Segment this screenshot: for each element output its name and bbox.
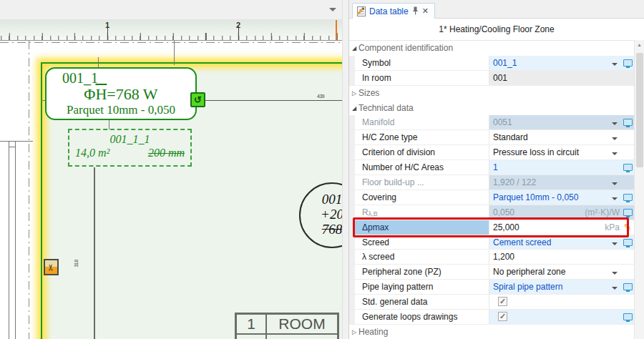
property-row[interactable]: Symbol 001_1 ✎ ✓ — [349, 56, 634, 71]
property-value[interactable]: ✎ ✓ — [489, 310, 634, 324]
property-value[interactable]: 0051 ✎ ✓ — [489, 115, 634, 129]
property-row[interactable]: Pipe laying pattern Spiral pipe pattern … — [349, 280, 634, 295]
dropdown-arrow-icon[interactable] — [612, 272, 618, 277]
expander-icon[interactable]: ▷ — [349, 329, 358, 335]
dropdown-arrow-icon[interactable] — [612, 182, 618, 188]
property-value[interactable]: Spiral pipe pattern ✎ ✓ — [489, 280, 634, 294]
property-row[interactable]: H/C Zone type Standard ✎ ✓ — [349, 130, 634, 145]
hc-area-label-box[interactable]: 001_1_1 14,0 m²200 mm — [68, 129, 192, 167]
application-window: 1 2 439 318 001_1 — [0, 0, 644, 339]
toolbar-dropdown-icon[interactable] — [329, 8, 336, 15]
monitor-icon[interactable] — [623, 119, 633, 126]
room-table[interactable]: 1 ROOM 1 14,0 m² — [235, 313, 339, 339]
property-value-text[interactable]: 1,200 — [493, 252, 610, 262]
dropdown-arrow-icon[interactable] — [612, 137, 618, 143]
property-value-text[interactable]: Standard — [493, 132, 610, 142]
ruler-cursor-marker — [336, 20, 337, 40]
property-value-text[interactable]: 25,000 — [493, 222, 595, 232]
property-row[interactable]: Covering Parquet 10mm - 0,050 ✎ ✓ — [349, 190, 634, 205]
checkbox[interactable]: ✓ — [498, 297, 507, 306]
property-row[interactable]: Criterion of division Pressure loss in c… — [349, 145, 634, 160]
room-table-cell: ROOM — [266, 314, 338, 334]
property-value-text[interactable]: Parquet 10mm - 0,050 — [493, 192, 610, 202]
expander-icon[interactable]: ◢ — [349, 105, 358, 112]
property-value[interactable]: 1,200 ✎ ✓ — [489, 250, 634, 264]
drawing-area[interactable]: 439 318 001_1 ΦH=768 W Parquet 10mm - 0,… — [0, 41, 342, 339]
property-row[interactable]: Number of H/C Areas 1 ✎ ✓ — [349, 160, 634, 175]
hc-area-values: 14,0 m²200 mm — [69, 146, 190, 160]
monitor-icon[interactable] — [623, 164, 633, 171]
property-grid: ◢ Component identification Symbol 001_1 … — [349, 40, 634, 339]
property-row[interactable]: λ screed 1,200 ✎ ✓ — [349, 250, 634, 265]
dropdown-arrow-icon[interactable] — [612, 242, 618, 248]
panel-scrollbar[interactable]: ▲ — [634, 40, 644, 339]
property-value[interactable]: 25,000 kPa ✎ ✓ — [489, 220, 634, 235]
monitor-icon[interactable] — [623, 194, 633, 201]
property-value-text[interactable]: 0,050 — [493, 207, 575, 217]
scissors-marker-icon[interactable]: ✂ — [44, 259, 59, 275]
canvas-toolbar — [0, 0, 342, 20]
group-header[interactable]: ◢ Technical data — [349, 101, 634, 116]
property-row[interactable]: Generate loops drawings ✎ ✓ — [349, 310, 634, 325]
zone-label-box[interactable]: 001_1 ΦH=768 W Parquet 10mm - 0,050 — [45, 67, 197, 120]
property-value-text[interactable]: No peripheral zone — [493, 267, 610, 277]
close-icon[interactable]: ✕ — [422, 7, 429, 15]
property-row[interactable]: In room 001 ✎ ✓ — [349, 71, 634, 86]
monitor-icon[interactable] — [623, 239, 633, 246]
property-value[interactable]: No peripheral zone ✎ ✓ — [489, 265, 634, 279]
property-value[interactable]: Standard ✎ ✓ — [489, 130, 634, 144]
property-value-text[interactable]: 1 — [493, 162, 610, 172]
monitor-icon[interactable] — [623, 283, 633, 290]
property-row[interactable]: Δpmax 25,000 kPa ✎ ✓ — [349, 220, 634, 235]
expander-icon[interactable]: ▷ — [349, 90, 358, 97]
property-row[interactable]: Peripheral zone (PZ) No peripheral zone … — [349, 265, 634, 280]
monitor-icon[interactable] — [623, 313, 633, 320]
property-value-text[interactable]: 001 — [493, 73, 610, 83]
property-value-text[interactable]: Cement screed — [493, 237, 610, 247]
row-gutter — [349, 205, 355, 220]
property-value-text[interactable]: Spiral pipe pattern — [493, 282, 610, 292]
property-value[interactable]: 001_1 ✎ ✓ — [489, 56, 634, 70]
checkmark-icon: ✓ — [499, 313, 506, 320]
scrollbar-thumb[interactable] — [636, 53, 643, 167]
group-label: Technical data — [358, 103, 414, 113]
property-value[interactable]: Pressure loss in circuit ✎ ✓ — [489, 145, 634, 159]
group-header[interactable]: ▷ Heating — [349, 325, 634, 339]
property-value[interactable]: ✎ ✓ — [489, 295, 634, 309]
property-value[interactable]: Parquet 10mm - 0,050 ✎ ✓ — [489, 190, 634, 205]
property-value[interactable]: 001 ✎ ✓ — [489, 71, 634, 85]
property-value[interactable]: Cement screed ✎ ✓ — [489, 235, 634, 250]
tab-label: Data table — [369, 6, 409, 16]
checkbox[interactable]: ✓ — [498, 312, 507, 321]
panel-divider[interactable] — [342, 0, 349, 339]
pin-icon[interactable] — [412, 6, 419, 16]
dropdown-arrow-icon[interactable] — [612, 122, 618, 128]
property-value-text[interactable]: 1,920 / 122 — [493, 177, 610, 187]
property-value-text[interactable]: 0051 — [493, 117, 610, 127]
dropdown-arrow-icon[interactable] — [612, 152, 618, 158]
rotate-icon[interactable]: ↺ — [190, 92, 205, 107]
property-row[interactable]: Rλ,B 0,050 (m²·K)/W ✎ ✓ — [349, 205, 634, 220]
property-row[interactable]: Manifold 0051 ✎ ✓ — [349, 115, 634, 130]
property-row[interactable]: Std. general data ✎ ✓ — [349, 295, 634, 310]
dropdown-arrow-icon[interactable] — [612, 197, 618, 203]
monitor-icon[interactable] — [623, 209, 633, 216]
property-value-text[interactable]: 001_1 — [493, 58, 610, 68]
scroll-up-icon[interactable]: ▲ — [635, 40, 644, 50]
property-label: Covering — [355, 190, 489, 205]
drawing-canvas[interactable]: 1 2 439 318 001_1 — [0, 0, 342, 339]
property-value[interactable]: 0,050 (m²·K)/W ✎ ✓ — [489, 205, 634, 220]
pencil-icon[interactable]: ✎ — [624, 222, 632, 232]
property-value[interactable]: 1,920 / 122 ✎ ✓ — [489, 175, 634, 190]
tab-data-table[interactable]: Data table ✕ — [352, 3, 435, 19]
property-row[interactable]: Screed Cement screed ✎ ✓ — [349, 235, 634, 250]
dropdown-arrow-icon[interactable] — [612, 63, 618, 69]
property-value-text[interactable]: Pressure loss in circuit — [493, 147, 610, 157]
dropdown-arrow-icon[interactable] — [612, 287, 618, 293]
property-row[interactable]: Floor build-up ... 1,920 / 122 ✎ ✓ — [349, 175, 634, 190]
expander-icon[interactable]: ◢ — [349, 45, 358, 51]
group-header[interactable]: ▷ Sizes — [349, 86, 634, 101]
group-header[interactable]: ◢ Component identification — [349, 41, 634, 56]
monitor-icon[interactable] — [623, 59, 633, 67]
property-value[interactable]: 1 ✎ ✓ — [489, 160, 634, 175]
